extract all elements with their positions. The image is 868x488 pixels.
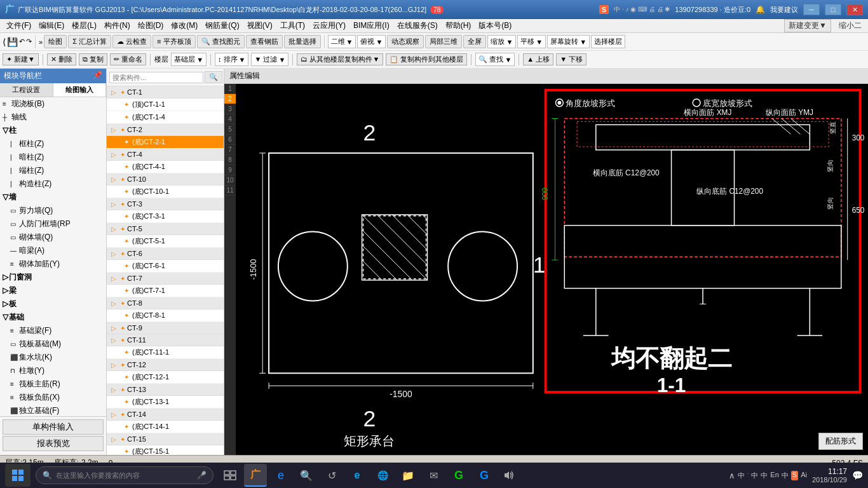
comp-item-ct4-1[interactable]: ✦ (底)CT-4-1 (107, 161, 224, 173)
delete-layer-btn[interactable]: ✕ 删除 (47, 53, 76, 65)
menu-help[interactable]: 帮助(H) (442, 19, 475, 32)
comp-group-header-ct4[interactable]: ▷ ✦ CT-4 (107, 149, 224, 161)
taskbar-app-edge[interactable]: e (346, 464, 369, 487)
comp-item-ct5-1[interactable]: ✦ (底)CT-5-1 (107, 235, 224, 248)
menu-edit[interactable]: 编辑(E) (35, 19, 68, 32)
comp-group-header-ct2[interactable]: ▷ ✦ CT-2 (107, 124, 224, 136)
tree-item-col-cap[interactable]: ⊓柱墩(Y) (8, 364, 106, 377)
comp-item-ct10-1[interactable]: ✦ (底)CT-10-1 (107, 186, 224, 198)
copy-to-floor-btn[interactable]: 📋 复制构件到其他楼层 (386, 53, 467, 65)
row-num-2[interactable]: 2 (224, 94, 236, 104)
find-elem-button[interactable]: 🔍 查找图元 (197, 35, 245, 48)
copy-layer-btn[interactable]: ⧉ 复制 (79, 53, 107, 65)
tree-item-foundation-group[interactable]: ▽基础 (0, 311, 106, 324)
comp-item-ct3-1[interactable]: ✦ (底)CT-3-1 (107, 210, 224, 223)
start-button[interactable] (5, 464, 31, 487)
tree-item-beam[interactable]: ▷梁 (0, 284, 106, 297)
search-button[interactable]: 🔍 (205, 71, 222, 83)
tree-item-wall-group[interactable]: ▽墙 (0, 191, 106, 204)
tree-item-hidden-beam[interactable]: —暗梁(A) (8, 244, 106, 257)
taskbar-app-volume[interactable] (498, 464, 521, 487)
row-num-7[interactable]: 7 (224, 145, 236, 155)
close-button[interactable]: ✕ (846, 4, 863, 15)
tray-arrow[interactable]: ∧ (729, 471, 735, 480)
floor-select-dropdown[interactable]: 选择楼层 (591, 35, 625, 48)
comp-group-header-ct11[interactable]: ▷ ✦ CT-11 (107, 334, 224, 346)
menu-tools[interactable]: 工具(T) (276, 19, 309, 32)
comp-group-header-ct3[interactable]: ▷ ✦ CT-3 (107, 198, 224, 210)
move-up-btn[interactable]: ▲ 上移 (523, 53, 553, 65)
floor-dropdown[interactable]: 基础层▼ (171, 53, 207, 66)
menu-bim[interactable]: BIM应用(I) (349, 19, 393, 32)
sum-button[interactable]: Σ 汇总计算 (68, 35, 111, 48)
row-num-6[interactable]: 6 (224, 135, 236, 145)
taskbar-app-refresh[interactable]: ↺ (320, 464, 343, 487)
sidebar-pin-icon[interactable]: 📌 (93, 71, 102, 81)
single-component-btn[interactable]: 单构件输入 (3, 419, 104, 435)
tree-item-raft-bot-rebar[interactable]: ≡筏板负筋(X) (8, 391, 106, 404)
menu-cloud[interactable]: 云应用(Y) (309, 19, 349, 32)
cloud-check-button[interactable]: ☁ 云检查 (112, 35, 151, 48)
row-num-11[interactable]: 11 (224, 186, 236, 196)
comp-item-ct6-1[interactable]: ✦ (底)CT-6-1 (107, 260, 224, 273)
arrow-right[interactable]: » (39, 38, 43, 46)
tray-cn4[interactable]: 中 (782, 471, 789, 480)
tray-cn3[interactable]: 中 (761, 471, 768, 480)
comp-item-ct1-4[interactable]: ✦ (底)CT-1-4 (107, 111, 224, 124)
comp-group-header-ct6[interactable]: ▷ ✦ CT-6 (107, 248, 224, 260)
search-input[interactable] (109, 72, 203, 83)
notification-icon[interactable]: 💬 (852, 470, 863, 480)
tray-cn2[interactable]: 中 (751, 471, 758, 480)
taskbar-app-search2[interactable]: 🔍 (295, 464, 318, 487)
comp-group-header-ct10[interactable]: ▷ ✦ CT-10 (107, 173, 224, 186)
taskbar-time-area[interactable]: 11:17 2018/10/29 (812, 467, 847, 484)
taskbar-app-glodon[interactable]: 广 (244, 464, 267, 487)
tray-en[interactable]: En (770, 471, 778, 480)
comp-group-header-ct14[interactable]: ▷ ✦ CT-14 (107, 409, 224, 421)
comp-item-ct2-1[interactable]: ✦ (底)CT-2-1 (107, 136, 224, 149)
row-num-10[interactable]: 10 (224, 175, 236, 186)
local-3d-button[interactable]: 局部三维 (425, 35, 462, 48)
taskbar-app-taskview[interactable] (219, 464, 241, 487)
report-preview-btn[interactable]: 报表预览 (3, 436, 104, 451)
tree-item-floor-slab[interactable]: ▷板 (0, 297, 106, 311)
rotate-dropdown[interactable]: 屏幕旋转▼ (547, 35, 590, 48)
microphone-icon[interactable]: 🎤 (197, 471, 207, 480)
zoom-text[interactable]: 缩小二 (835, 19, 865, 32)
taskbar-app-glodon3[interactable]: G (473, 464, 496, 487)
fullscreen-button[interactable]: 全屏 (463, 35, 486, 48)
menu-floor[interactable]: 楼层(L) (68, 19, 100, 32)
menu-rebar[interactable]: 钢筋量(Q) (201, 19, 243, 32)
tree-item-slab[interactable]: ≡现浇板(B) (0, 97, 106, 111)
tray-ai[interactable]: Ai (801, 471, 807, 480)
tree-item-struct-col[interactable]: |构造柱(Z) (8, 177, 106, 191)
comp-item-ct13-1[interactable]: ✦ (底)CT-13-1 (107, 396, 224, 409)
menu-component[interactable]: 构件(N) (100, 19, 134, 32)
menu-view[interactable]: 视图(V) (243, 19, 276, 32)
comp-item-ct11-1[interactable]: ✦ (底)CT-11-1 (107, 346, 224, 359)
toolbar-undo[interactable]: ↶ (19, 37, 25, 46)
taskbar-app-email[interactable]: ✉ (422, 464, 445, 487)
row-num-4[interactable]: 4 (224, 114, 236, 125)
peijinji-button[interactable]: 配筋形式 (818, 433, 863, 450)
tree-item-raft-top-rebar[interactable]: ≡筏板主筋(R) (8, 377, 106, 391)
comp-group-header-ct15[interactable]: ▷ ✦ CT-15 (107, 433, 224, 445)
tree-item-masonry-wall[interactable]: ▭砌体墙(Q) (8, 231, 106, 244)
taskbar-app-ie[interactable]: e (269, 464, 292, 487)
tree-item-hidden-col[interactable]: |暗柱(Z) (8, 151, 106, 164)
comp-group-header-ct12[interactable]: ▷ ✦ CT-12 (107, 359, 224, 371)
copy-from-floor-btn[interactable]: 🗂 从其他楼层复制构件▼ (297, 53, 383, 65)
tree-item-column-group[interactable]: ▽柱 (0, 124, 106, 137)
taskbar-app-glodon2[interactable]: G (447, 464, 470, 487)
menu-version[interactable]: 版本号(B) (475, 19, 515, 32)
pan-dropdown[interactable]: 平移▼ (517, 35, 546, 48)
maximize-button[interactable]: □ (825, 4, 841, 15)
comp-item-ct7-1[interactable]: ✦ (底)CT-7-1 (107, 285, 224, 297)
comp-group-header-ct5[interactable]: ▷ ✦ CT-5 (107, 223, 224, 235)
tree-item-sump[interactable]: ⬛集水坑(K) (8, 351, 106, 364)
comp-group-header-ct8[interactable]: ▷ ✦ CT-8 (107, 297, 224, 309)
tray-sogou[interactable]: S (791, 471, 798, 480)
comp-group-header-ct1[interactable]: ▷ ✦ CT-1 (107, 86, 224, 98)
sidebar-tab-drawing[interactable]: 绘图输入 (53, 83, 107, 97)
row-num-9[interactable]: 9 (224, 165, 236, 175)
